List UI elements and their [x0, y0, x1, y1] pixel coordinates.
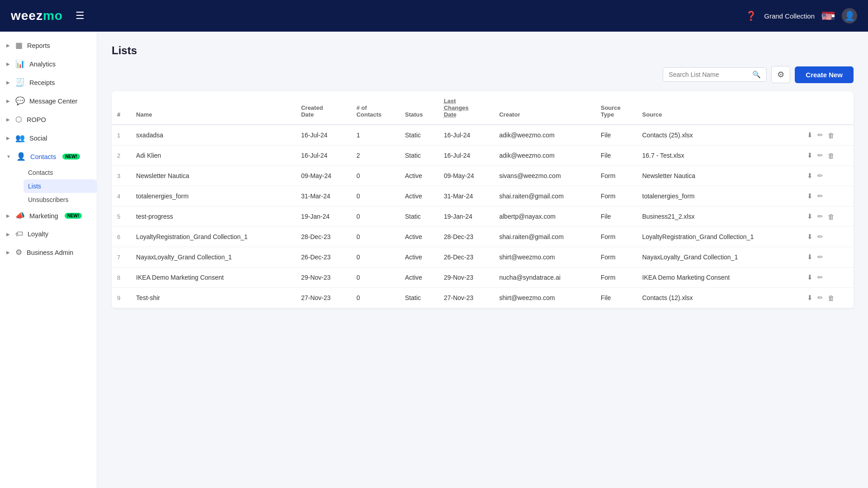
chevron-right-icon: ▶ — [6, 136, 10, 141]
table-row: 5 test-progress 19-Jan-24 0 Static 19-Ja… — [112, 206, 854, 227]
edit-icon[interactable]: ✏ — [817, 131, 823, 139]
chevron-right-icon: ▶ — [6, 117, 10, 122]
edit-icon[interactable]: ✏ — [817, 273, 823, 282]
search-input[interactable] — [669, 71, 749, 78]
sidebar-label-social: Social — [29, 135, 47, 142]
cell-actions: ⬇ ✏ 🗑 — [802, 145, 854, 166]
cell-num: 6 — [112, 227, 131, 247]
cell-name: Newsletter Nautica — [131, 166, 296, 186]
submenu-unsubscribers[interactable]: Unsubscribers — [24, 193, 97, 206]
topbar-right: ❓ Grand Collection 🇺🇸 👤 — [745, 8, 857, 23]
cell-num: 2 — [112, 145, 131, 166]
table-row: 7 NayaxLoyalty_Grand Collection_1 26-Dec… — [112, 247, 854, 267]
cell-contacts: 0 — [351, 227, 399, 247]
col-creator: Creator — [494, 91, 595, 125]
sidebar-item-business-admin[interactable]: ▶ ⚙ Business Admin — [0, 243, 97, 262]
table-row: 6 LoyaltyRegistration_Grand Collection_1… — [112, 227, 854, 247]
cell-num: 1 — [112, 125, 131, 145]
help-icon[interactable]: ❓ — [745, 10, 757, 21]
chevron-right-icon: ▶ — [6, 43, 10, 48]
edit-icon[interactable]: ✏ — [817, 233, 823, 241]
delete-icon[interactable]: 🗑 — [828, 213, 835, 221]
col-source: Source — [637, 91, 802, 125]
sidebar-item-reports[interactable]: ▶ ▦ Reports — [0, 36, 97, 55]
download-icon[interactable]: ⬇ — [807, 131, 813, 139]
cell-source-type: File — [595, 125, 637, 145]
sidebar-item-ropo[interactable]: ▶ ⬡ ROPO — [0, 110, 97, 129]
download-icon[interactable]: ⬇ — [807, 294, 813, 302]
table-row: 9 Test-shir 27-Nov-23 0 Static 27-Nov-23… — [112, 288, 854, 308]
edit-icon[interactable]: ✏ — [817, 192, 823, 200]
cell-source-type: Form — [595, 267, 637, 288]
cell-status: Active — [400, 267, 439, 288]
sidebar-item-receipts[interactable]: ▶ 🧾 Receipts — [0, 73, 97, 92]
submenu-lists[interactable]: Lists — [24, 179, 97, 193]
sidebar-label-loyalty: Loyalty — [28, 230, 48, 238]
search-icon: 🔍 — [752, 70, 761, 79]
sidebar-item-analytics[interactable]: ▶ 📊 Analytics — [0, 55, 97, 73]
marketing-new-badge: NEW! — [65, 213, 82, 219]
cell-source: 16.7 - Test.xlsx — [637, 145, 802, 166]
search-box[interactable]: 🔍 — [663, 67, 767, 82]
cell-actions: ⬇ ✏ — [802, 227, 854, 247]
edit-icon[interactable]: ✏ — [817, 294, 823, 302]
sidebar-item-social[interactable]: ▶ 👥 Social — [0, 129, 97, 147]
cell-name: IKEA Demo Marketing Consent — [131, 267, 296, 288]
cell-actions: ⬇ ✏ — [802, 166, 854, 186]
sidebar-label-contacts: Contacts — [30, 153, 56, 160]
cell-creator: shai.raiten@gmail.com — [494, 186, 595, 206]
col-created: CreatedDate — [296, 91, 351, 125]
receipts-icon: 🧾 — [15, 78, 25, 87]
delete-icon[interactable]: 🗑 — [828, 131, 835, 139]
cell-last-change: 16-Jul-24 — [439, 145, 494, 166]
download-icon[interactable]: ⬇ — [807, 192, 813, 200]
logo-text: weezmo — [11, 9, 63, 23]
cell-contacts: 1 — [351, 125, 399, 145]
cell-name: test-progress — [131, 206, 296, 227]
cell-contacts: 0 — [351, 247, 399, 267]
edit-icon[interactable]: ✏ — [817, 253, 823, 261]
submenu-contacts[interactable]: Contacts — [24, 166, 97, 179]
edit-icon[interactable]: ✏ — [817, 172, 823, 180]
delete-icon[interactable]: 🗑 — [828, 152, 835, 160]
cell-contacts: 0 — [351, 186, 399, 206]
cell-actions: ⬇ ✏ 🗑 — [802, 288, 854, 308]
sidebar-item-marketing[interactable]: ▶ 📣 Marketing NEW! — [0, 206, 97, 225]
col-num: # — [112, 91, 131, 125]
download-icon[interactable]: ⬇ — [807, 233, 813, 241]
create-new-button[interactable]: Create New — [795, 66, 854, 83]
cell-name: totalenergies_form — [131, 186, 296, 206]
user-avatar[interactable]: 👤 — [842, 8, 857, 23]
chevron-right-icon: ▶ — [6, 232, 10, 237]
cell-contacts: 2 — [351, 145, 399, 166]
cell-actions: ⬇ ✏ 🗑 — [802, 125, 854, 145]
sidebar-label-marketing: Marketing — [29, 212, 58, 220]
cell-source: LoyaltyRegistration_Grand Collection_1 — [637, 227, 802, 247]
download-icon[interactable]: ⬇ — [807, 172, 813, 180]
cell-status: Static — [400, 145, 439, 166]
cell-contacts: 0 — [351, 206, 399, 227]
download-icon[interactable]: ⬇ — [807, 253, 813, 261]
chevron-right-icon: ▶ — [6, 80, 10, 85]
sidebar-item-loyalty[interactable]: ▶ 🏷 Loyalty — [0, 225, 97, 243]
filter-button[interactable]: ⚙ — [771, 66, 790, 83]
delete-icon[interactable]: 🗑 — [828, 294, 835, 302]
content-area: Lists 🔍 ⚙ Create New # Name CreatedDat — [97, 32, 868, 488]
cell-created: 26-Dec-23 — [296, 247, 351, 267]
table-row: 2 Adi Klien 16-Jul-24 2 Static 16-Jul-24… — [112, 145, 854, 166]
cell-creator: adik@weezmo.com — [494, 145, 595, 166]
analytics-icon: 📊 — [15, 59, 25, 69]
page-title: Lists — [112, 44, 137, 57]
hamburger-menu[interactable]: ☰ — [75, 10, 85, 22]
edit-icon[interactable]: ✏ — [817, 212, 823, 221]
download-icon[interactable]: ⬇ — [807, 273, 813, 282]
cell-source-type: Form — [595, 247, 637, 267]
download-icon[interactable]: ⬇ — [807, 212, 813, 221]
download-icon[interactable]: ⬇ — [807, 151, 813, 160]
sidebar-item-contacts[interactable]: ▼ 👤 Contacts NEW! — [0, 147, 97, 166]
sidebar-item-message-center[interactable]: ▶ 💬 Message Center — [0, 92, 97, 110]
cell-status: Static — [400, 206, 439, 227]
cell-actions: ⬇ ✏ — [802, 247, 854, 267]
edit-icon[interactable]: ✏ — [817, 151, 823, 160]
sidebar: ▶ ▦ Reports ▶ 📊 Analytics ▶ 🧾 Receipts ▶… — [0, 32, 97, 488]
